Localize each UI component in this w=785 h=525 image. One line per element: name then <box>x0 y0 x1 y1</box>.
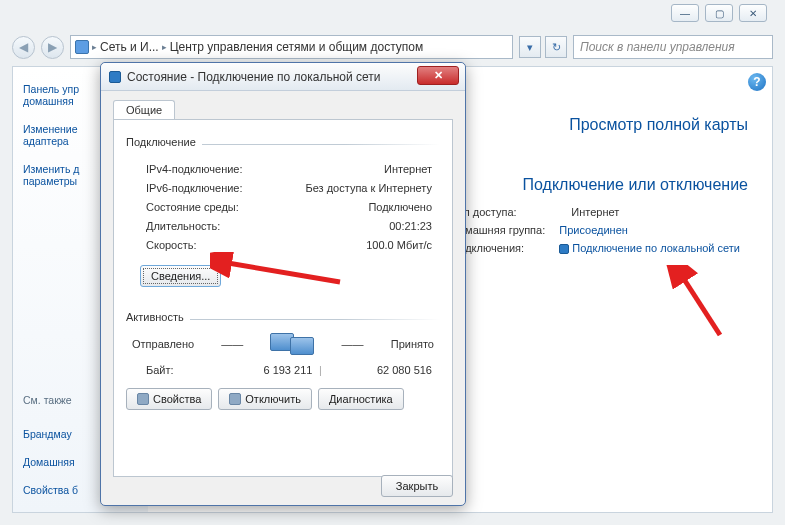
connection-kv-table: IPv4-подключение:Интернет IPv6-подключен… <box>126 158 440 255</box>
help-icon[interactable]: ? <box>748 73 766 91</box>
media-label: Состояние среды: <box>128 198 271 215</box>
refresh-button[interactable]: ↻ <box>545 36 567 58</box>
group-connection-label: Подключение <box>126 136 196 148</box>
ipv4-label: IPv4-подключение: <box>128 160 271 177</box>
duration-label: Длительность: <box>128 217 271 234</box>
dialog-close-button[interactable]: ✕ <box>417 66 459 85</box>
disable-button[interactable]: Отключить <box>218 388 312 410</box>
dialog-title-text: Состояние - Подключение по локальной сет… <box>127 70 381 84</box>
bytes-recv-value: 62 080 516 <box>329 361 438 378</box>
close-window-button[interactable]: ✕ <box>739 4 767 22</box>
media-value: Подключено <box>273 198 438 215</box>
duration-value: 00:21:23 <box>273 217 438 234</box>
speed-value: 100.0 Мбит/с <box>273 236 438 253</box>
lan-icon <box>109 71 121 83</box>
nav-back-button[interactable]: ◀ <box>12 36 35 59</box>
speed-label: Скорость: <box>128 236 271 253</box>
cp-icon <box>75 40 89 54</box>
properties-button[interactable]: Свойства <box>126 388 212 410</box>
divider <box>190 319 440 320</box>
dialog-titlebar[interactable]: Состояние - Подключение по локальной сет… <box>101 63 465 91</box>
chevron-right-icon: ▸ <box>92 42 97 52</box>
shield-icon <box>137 393 149 405</box>
breadcrumb-bar[interactable]: ▸ Сеть и И... ▸ Центр управления сетями … <box>70 35 513 59</box>
group-activity-label: Активность <box>126 311 184 323</box>
shield-icon <box>229 393 241 405</box>
address-bar-row: ◀ ▶ ▸ Сеть и И... ▸ Центр управления сет… <box>12 34 773 60</box>
lan-connection-link[interactable]: Подключение по локальной сети <box>572 242 740 254</box>
home-group-link[interactable]: Присоединен <box>559 224 628 236</box>
chevron-right-icon: ▸ <box>162 42 167 52</box>
activity-monitors-icon <box>270 333 314 355</box>
nav-forward-button[interactable]: ▶ <box>41 36 64 59</box>
diagnostics-button[interactable]: Диагностика <box>318 388 404 410</box>
breadcrumb-seg1[interactable]: Сеть и И... <box>100 40 159 54</box>
view-full-map-link[interactable]: Просмотр полной карты <box>569 116 748 170</box>
ipv6-label: IPv6-подключение: <box>128 179 271 196</box>
bytes-label: Байт: <box>128 361 201 378</box>
connection-status-dialog: Состояние - Подключение по локальной сет… <box>100 62 466 506</box>
window-controls: — ▢ ✕ <box>671 4 767 22</box>
minimize-button[interactable]: — <box>671 4 699 22</box>
maximize-button[interactable]: ▢ <box>705 4 733 22</box>
tab-panel-general: Подключение IPv4-подключение:Интернет IP… <box>113 119 453 477</box>
ipv4-value: Интернет <box>273 160 438 177</box>
received-label: Принято <box>391 338 434 350</box>
search-input[interactable]: Поиск в панели управления <box>573 35 773 59</box>
breadcrumb-seg2[interactable]: Центр управления сетями и общим доступом <box>170 40 424 54</box>
access-type-value: Интернет <box>553 204 746 220</box>
tab-general[interactable]: Общие <box>113 100 175 120</box>
details-button[interactable]: Сведения... <box>140 265 221 287</box>
ipv6-value: Без доступа к Интернету <box>273 179 438 196</box>
sent-label: Отправлено <box>132 338 194 350</box>
go-button[interactable]: ▾ <box>519 36 541 58</box>
connect-disconnect-link[interactable]: Подключение или отключение <box>523 176 749 193</box>
connection-info-table: Тип доступа: Интернет Домашняя группа: П… <box>443 202 748 258</box>
lan-icon <box>559 244 569 254</box>
bytes-sent-value: 6 193 211 <box>203 361 312 378</box>
divider <box>202 144 440 145</box>
close-button[interactable]: Закрыть <box>381 475 453 497</box>
